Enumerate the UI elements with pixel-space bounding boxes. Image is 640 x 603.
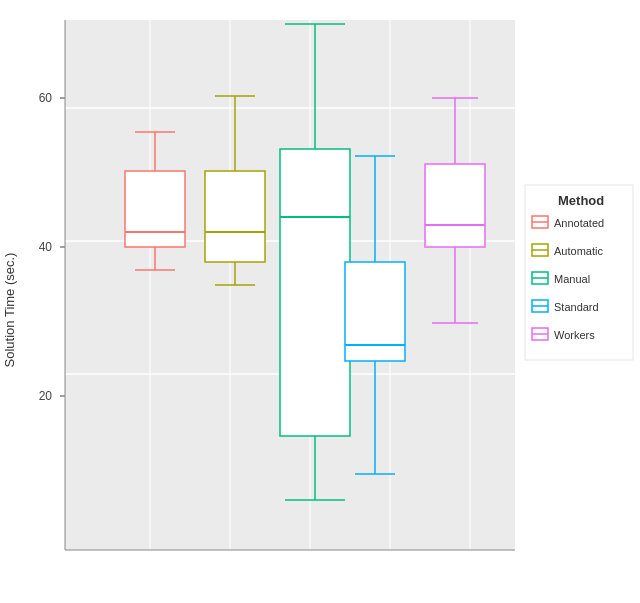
manual-box (280, 149, 350, 436)
y-tick-40: 40 (39, 240, 53, 254)
legend-workers-label: Workers (554, 329, 595, 341)
legend-annotated-label: Annotated (554, 217, 604, 229)
legend-standard-label: Standard (554, 301, 599, 313)
automatic-box (205, 171, 265, 262)
y-tick-20: 20 (39, 389, 53, 403)
y-tick-60: 60 (39, 91, 53, 105)
standard-box (345, 262, 405, 361)
chart-container: 60 40 20 Solution Time (sec.) (0, 0, 640, 603)
legend-manual-label: Manual (554, 273, 590, 285)
y-axis-label: Solution Time (sec.) (2, 253, 17, 368)
annotated-box (125, 171, 185, 247)
legend-title: Method (558, 193, 604, 208)
legend-automatic-label: Automatic (554, 245, 603, 257)
workers-box (425, 164, 485, 247)
chart-svg: 60 40 20 Solution Time (sec.) (0, 0, 640, 603)
